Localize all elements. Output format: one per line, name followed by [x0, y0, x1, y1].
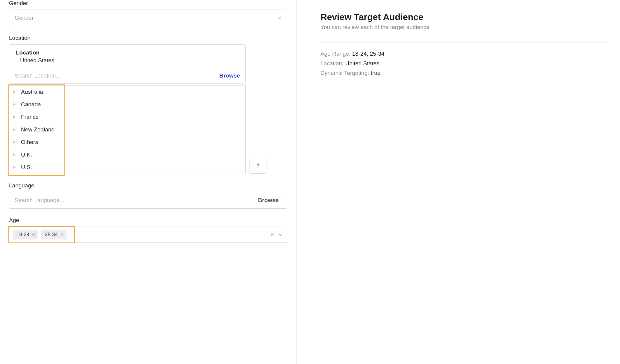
upload-icon	[255, 163, 261, 169]
review-label: Dynamic Targeting:	[320, 70, 369, 76]
upload-button[interactable]	[249, 158, 267, 174]
location-option-label: U.S.	[21, 164, 32, 171]
review-value: 18-24, 25-34	[352, 51, 385, 57]
caret-right-icon	[13, 116, 16, 119]
review-dynamic-targeting: Dynamic Targeting: true	[320, 70, 608, 76]
divider	[320, 43, 608, 43]
review-age-range: Age Range: 18-24, 25-34	[320, 51, 608, 57]
location-option-label: Canada	[21, 101, 41, 108]
caret-right-icon	[13, 141, 16, 144]
caret-right-icon	[13, 90, 16, 93]
chevron-down-icon	[277, 16, 282, 19]
location-option-label: France	[21, 114, 39, 120]
location-option[interactable]: Australia	[9, 86, 245, 98]
location-selected-value: United States	[16, 57, 239, 64]
review-title: Review Target Audience	[320, 12, 608, 22]
location-panel-title: Location	[16, 49, 239, 56]
language-browse-link[interactable]: Browse	[258, 197, 279, 204]
gender-placeholder: Gender	[15, 15, 34, 21]
location-option-label: Australia	[21, 89, 43, 95]
age-multiselect[interactable]: 18-24 ✕ 25-34 ✕ ✕	[9, 227, 287, 243]
review-value: true	[371, 70, 381, 76]
clear-all-icon[interactable]: ✕	[270, 232, 274, 237]
location-option[interactable]: France	[9, 111, 245, 123]
location-option[interactable]: U.K.	[9, 148, 245, 161]
language-label: Language	[9, 182, 287, 189]
gender-label: Gender	[9, 0, 287, 7]
review-label: Location:	[320, 60, 344, 66]
review-label: Age Range:	[320, 51, 350, 57]
caret-right-icon	[13, 128, 16, 131]
age-tag[interactable]: 25-34 ✕	[41, 230, 66, 239]
review-location: Location: United States	[320, 60, 608, 67]
age-tag-label: 25-34	[45, 232, 58, 238]
age-tag-label: 18-24	[16, 232, 29, 238]
caret-right-icon	[13, 166, 16, 169]
location-card: Location United States Browse	[9, 44, 246, 84]
location-label: Location	[9, 35, 287, 41]
location-option-label: New Zealand	[21, 126, 55, 133]
location-option-label: Others	[21, 139, 38, 145]
location-option[interactable]: New Zealand	[9, 123, 245, 136]
review-subtitle: You can review each of the target audien…	[320, 24, 608, 31]
language-search-row: Browse	[9, 192, 287, 209]
location-dropdown: Australia Canada France New Zealand Othe…	[9, 85, 246, 174]
language-search-input[interactable]	[15, 197, 258, 204]
close-icon[interactable]: ✕	[60, 232, 64, 237]
age-tag[interactable]: 18-24 ✕	[13, 230, 38, 239]
gender-select[interactable]: Gender	[9, 10, 287, 26]
review-value: United States	[345, 60, 379, 66]
location-option[interactable]: Others	[9, 136, 245, 148]
location-option[interactable]: U.S.	[9, 161, 245, 174]
close-icon[interactable]: ✕	[32, 232, 36, 237]
location-option[interactable]: Canada	[9, 98, 245, 111]
location-option-label: U.K.	[21, 151, 32, 158]
location-browse-link[interactable]: Browse	[219, 72, 240, 79]
location-search-input[interactable]	[15, 72, 219, 79]
age-label: Age	[9, 217, 287, 224]
caret-right-icon	[13, 153, 16, 156]
caret-right-icon	[13, 103, 16, 106]
chevron-down-icon[interactable]	[279, 233, 282, 236]
